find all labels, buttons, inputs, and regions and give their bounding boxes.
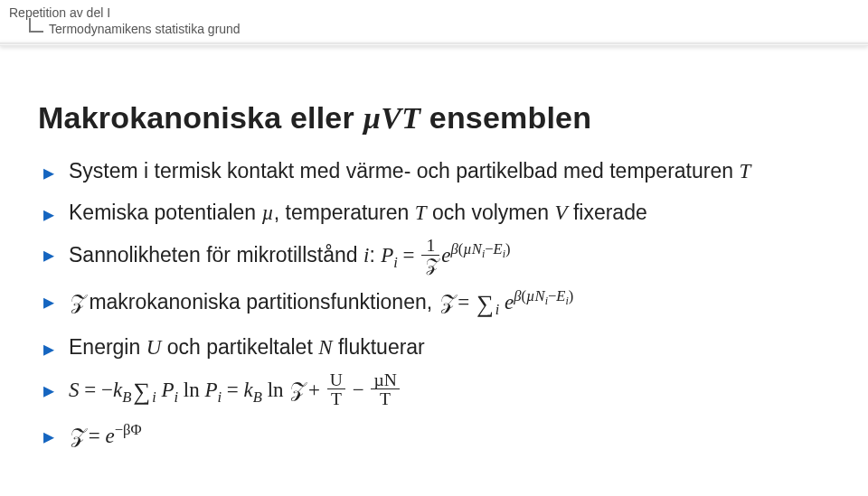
breadcrumb-level-2: Termodynamikens statistika grund — [29, 22, 868, 36]
bullet-6-fr2-num: µN — [371, 371, 399, 390]
bullet-6-Pi2: P — [204, 379, 217, 401]
bullet-6-S: S — [69, 379, 80, 401]
slide-content: Makrokanoniska eller µVT ensemblen Syste… — [0, 46, 868, 471]
bullet-4-exp: β(µNi−Ei) — [514, 287, 573, 304]
bullet-7-e: e — [105, 425, 114, 447]
bullet-4-eq: = — [453, 291, 475, 314]
bullet-3: Sannolikheten för mikrotillstånd i: Pi =… — [38, 238, 830, 276]
bullet-7-eq: = — [83, 425, 105, 447]
bullet-2-mid: , temperaturen — [274, 201, 415, 224]
bullet-3-fr-den: 𝒵 — [421, 256, 439, 275]
bullet-6-frac-2: µN T — [371, 371, 399, 408]
bullet-3-eq: = — [398, 244, 420, 267]
bullet-2: Kemiska potentialen µ, temperaturen T oc… — [38, 197, 830, 229]
bullet-7: 𝒵 = e−βΦ — [38, 419, 830, 453]
bullet-6: S = −kB ∑i Pi ln Pi = kB ln 𝒵 + U T − µN… — [38, 373, 830, 410]
bullet-7-exp: −βΦ — [115, 422, 142, 439]
bullet-2-suf: fixerade — [568, 201, 647, 224]
bullet-6-eq2: = — [222, 379, 243, 401]
bullet-3-colon: : — [369, 243, 381, 267]
bullet-1: System i termisk kontakt med värme- och … — [38, 155, 830, 188]
bullet-5-suf: fluktuerar — [333, 335, 425, 359]
bullet-3-Pi: P — [381, 244, 393, 267]
bullet-6-plus: + — [303, 379, 325, 401]
bullet-3-fraction: 1 𝒵 — [421, 237, 439, 274]
bullet-list: System i termisk kontakt med värme- och … — [38, 155, 830, 453]
header-divider — [0, 42, 868, 46]
bullet-6-frac-1: U T — [327, 371, 345, 408]
bullet-6-fr1-den: T — [327, 389, 345, 408]
bullet-5: Energin U och partikeltalet N fluktuerar — [38, 332, 830, 364]
bullet-1-text: System i termisk kontakt med värme- och … — [69, 159, 739, 182]
bullet-4-text: makrokanoniska partitionsfunktionen, — [83, 290, 439, 314]
bullet-1-T: T — [739, 160, 750, 182]
bullet-6-kB2-k: k — [244, 379, 253, 401]
bullet-6-fr1-num: U — [327, 371, 345, 390]
bullet-3-exp: β(µNi−Ei) — [451, 240, 511, 257]
bullet-2-V: V — [554, 201, 567, 224]
breadcrumb-level-1: Repetition av del I — [9, 5, 868, 20]
bullet-6-eq: = − — [80, 379, 113, 401]
bullet-6-kB-k: k — [113, 379, 122, 401]
breadcrumb: Repetition av del I Termodynamikens stat… — [0, 0, 868, 36]
bullet-6-ln2: ln — [262, 379, 288, 401]
bullet-4: 𝒵 makrokanoniska partitionsfunktionen, 𝒵… — [38, 285, 830, 323]
bullet-5-pre: Energin — [69, 335, 146, 359]
slide-title: Makrokanoniska eller µVT ensemblen — [38, 100, 830, 136]
bullet-3-e: e — [441, 244, 450, 267]
bullet-6-minus: − — [347, 379, 369, 401]
bullet-7-Z: 𝒵 — [69, 425, 83, 447]
bullet-6-Pi1: P — [156, 379, 175, 401]
bullet-4-Z: 𝒵 — [69, 291, 83, 314]
bullet-6-kB-B: B — [122, 388, 131, 405]
bullet-2-mid2: och volymen — [427, 201, 555, 224]
sum-sign-icon-2: ∑ — [133, 373, 150, 410]
breadcrumb-angle-icon — [29, 18, 43, 33]
bullet-6-kB2-B: B — [253, 388, 262, 405]
bullet-5-U: U — [146, 336, 162, 359]
title-suffix: ensemblen — [420, 100, 591, 135]
sum-sign-icon: ∑ — [476, 285, 494, 323]
bullet-6-ln1: ln — [178, 379, 204, 401]
bullet-4-e: e — [499, 291, 514, 314]
slide: Repetition av del I Termodynamikens stat… — [0, 0, 868, 496]
bullet-6-Z: 𝒵 — [288, 379, 303, 401]
bullet-4-Z2: 𝒵 — [439, 291, 453, 314]
bullet-5-N: N — [318, 336, 332, 359]
title-math: µVT — [363, 101, 420, 135]
bullet-5-mid: och partikeltalet — [161, 335, 318, 359]
breadcrumb-level-2-text: Termodynamikens statistika grund — [49, 22, 241, 36]
bullet-6-fr2-den: T — [371, 389, 399, 408]
bullet-2-mu: µ — [262, 201, 274, 224]
breadcrumb-level-1-text: Repetition av del I — [9, 5, 110, 20]
title-prefix: Makrokanoniska eller — [38, 100, 363, 135]
bullet-2-T: T — [415, 201, 427, 224]
bullet-2-pre: Kemiska potentialen — [69, 201, 262, 224]
bullet-3-pre: Sannolikheten för mikrotillstånd — [69, 243, 363, 267]
bullet-3-fr-num: 1 — [421, 237, 439, 256]
